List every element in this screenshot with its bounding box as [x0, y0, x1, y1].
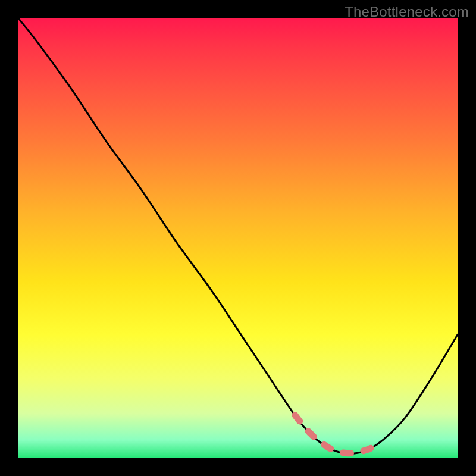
chart-frame: TheBottleneck.com: [0, 0, 476, 476]
optimal-range-marker: [295, 415, 378, 453]
curve-line: [18, 18, 458, 454]
bottleneck-curve: [18, 18, 458, 458]
plot-area: [18, 18, 458, 458]
watermark-text: TheBottleneck.com: [345, 4, 469, 20]
